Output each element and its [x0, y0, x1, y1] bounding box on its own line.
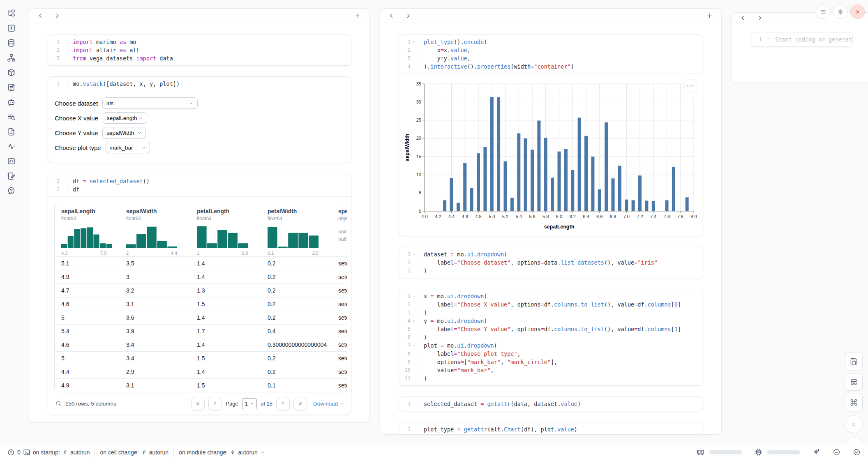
cell-empty[interactable]: 1 Start coding or generate with	[750, 32, 853, 47]
cell-dataset-dropdown[interactable]: 1dataset = mo.ui.dropdown(2 label="Choos…	[399, 247, 703, 278]
keyboard-shortcuts-button[interactable]	[845, 394, 863, 411]
table-cell: setosa	[338, 369, 347, 375]
search-icon[interactable]	[55, 400, 62, 407]
chevrons-left-icon	[195, 401, 201, 406]
stop-button[interactable]	[845, 415, 863, 433]
column-collapse-right-icon[interactable]	[405, 13, 411, 19]
package-icon[interactable]	[7, 68, 16, 77]
fold-toggle-icon[interactable]	[411, 294, 416, 299]
code-editor[interactable]: 1mo.vstack([dataset, x, y, plot])	[48, 77, 351, 91]
column-collapse-right-icon[interactable]	[757, 15, 763, 21]
menu-button[interactable]	[816, 5, 830, 19]
column-header-species[interactable]: speciesobject	[338, 208, 347, 221]
fold-toggle-icon[interactable]	[411, 40, 416, 44]
svg-text:7.4: 7.4	[650, 214, 656, 219]
help-icon[interactable]	[7, 187, 16, 195]
terminal-button[interactable]	[23, 449, 30, 456]
runtime-on-cell-change[interactable]: on cell change: autorun	[100, 449, 169, 456]
column-header-sepalWidth[interactable]: sepalWidthfloat64	[126, 208, 197, 221]
connection-status-icon[interactable]	[853, 448, 861, 456]
line-number: 2	[48, 185, 60, 194]
cell-imports[interactable]: 1import marimo as mo2import altair as al…	[48, 35, 351, 66]
column-collapse-right-icon[interactable]	[54, 13, 60, 19]
cell-vstack[interactable]: 1mo.vstack([dataset, x, y, plot])Choose …	[48, 76, 351, 163]
code-block-icon[interactable]	[7, 157, 16, 166]
last-page-button[interactable]	[293, 397, 307, 410]
column-header-petalLength[interactable]: petalLengthfloat64	[197, 208, 268, 221]
generate-link[interactable]: generate	[829, 36, 853, 43]
table-cell: 4.9	[61, 382, 126, 389]
table-cell: 3.4	[126, 341, 197, 348]
first-page-button[interactable]	[191, 397, 205, 410]
dataframe-output: sepalLengthfloat64sepalWidthfloat64petal…	[48, 197, 351, 415]
code-editor[interactable]: 1plot_type().encode(2 x=x.value,3 y=y.va…	[399, 35, 703, 74]
column-collapse-left-icon[interactable]	[740, 15, 746, 21]
save-button[interactable]	[845, 353, 863, 370]
error-count[interactable]: 0	[7, 449, 21, 456]
total-pages-label: of 15	[261, 401, 272, 407]
runtime-on-startup[interactable]: on startup: autorun	[33, 449, 90, 456]
activity-icon[interactable]	[7, 142, 16, 151]
runtime-on-module-change[interactable]: on module change: autorun	[179, 449, 265, 456]
notebook-column-1: 1import marimo as mo2import altair as al…	[29, 8, 370, 422]
x-value-select[interactable]: sepalLength	[103, 112, 147, 124]
settings-button[interactable]	[833, 5, 847, 19]
file-tree-icon[interactable]	[7, 9, 16, 18]
plot-type-select[interactable]: mark_bar	[106, 142, 150, 153]
add-cell-icon[interactable]	[706, 12, 713, 19]
next-page-button[interactable]	[276, 397, 290, 410]
cell-xy-plot-dropdowns[interactable]: 1x = mo.ui.dropdown(2 label="Choose X va…	[399, 289, 703, 386]
snippets-icon[interactable]	[7, 127, 16, 136]
scroll-icon[interactable]	[7, 83, 16, 92]
fold-toggle-icon[interactable]	[411, 252, 416, 257]
chatbot-icon[interactable]	[7, 98, 16, 106]
fold-toggle-icon[interactable]	[411, 343, 416, 348]
shutdown-button[interactable]	[850, 5, 865, 19]
line-number: 8	[399, 350, 411, 358]
table-cell: 5	[61, 314, 126, 321]
database-icon[interactable]	[7, 39, 16, 47]
altair-chart[interactable]: 4.04.24.44.64.85.05.25.45.65.86.06.26.46…	[399, 74, 703, 236]
column-header-petalWidth[interactable]: petalWidthfloat64	[268, 208, 338, 221]
table-cell: setosa	[338, 287, 347, 294]
ai-sparkles-icon[interactable]	[813, 448, 820, 456]
copilot-icon[interactable]	[833, 448, 840, 456]
column-header-sepalLength[interactable]: sepalLengthfloat64	[61, 208, 126, 221]
code-editor[interactable]: 1selected_dataset = getattr(data, datase…	[399, 397, 703, 411]
table-cell: setosa	[338, 314, 347, 321]
chevron-down-icon	[340, 401, 344, 406]
page-select[interactable]: 1	[242, 398, 257, 409]
code-editor[interactable]: 1df = selected_dataset()2df	[48, 174, 351, 196]
code-editor[interactable]: 1dataset = mo.ui.dropdown(2 label="Choos…	[399, 247, 703, 278]
add-cell-icon[interactable]	[354, 12, 361, 19]
function-icon[interactable]	[7, 24, 16, 32]
svg-text:4.0: 4.0	[421, 214, 427, 219]
chart-actions-button[interactable]	[683, 79, 697, 93]
layout-button[interactable]	[845, 373, 863, 391]
dep-graph-icon[interactable]	[7, 53, 16, 62]
search-list-icon[interactable]	[7, 113, 16, 121]
code-editor[interactable]: 1x = mo.ui.dropdown(2 label="Choose X va…	[399, 289, 703, 385]
scratchpad-icon[interactable]	[7, 172, 16, 180]
svg-text:7.2: 7.2	[637, 214, 643, 219]
line-number: 1	[399, 425, 411, 433]
cell-selected-dataset[interactable]: 1selected_dataset = getattr(data, datase…	[399, 396, 703, 411]
download-label: Download	[313, 401, 338, 407]
download-button[interactable]: Download	[313, 401, 344, 407]
code-editor[interactable]: 1import marimo as mo2import altair as al…	[48, 35, 351, 65]
line-number: 2	[48, 46, 60, 54]
cell-dataframe[interactable]: 1df = selected_dataset()2dfsepalLengthfl…	[48, 174, 351, 415]
cell-plot-type[interactable]: 1plot_type = getattr(alt.Chart(df), plot…	[399, 422, 703, 435]
code-editor[interactable]: 1plot_type = getattr(alt.Chart(df), plot…	[399, 422, 703, 435]
table-cell: 1.4	[197, 341, 268, 348]
table-cell: 1.4	[197, 260, 268, 267]
prev-page-button[interactable]	[208, 397, 222, 410]
column-collapse-left-icon[interactable]	[37, 13, 44, 19]
cell-plot[interactable]: 1plot_type().encode(2 x=x.value,3 y=y.va…	[399, 35, 703, 236]
code-editor[interactable]: 1 Start coding or generate with	[750, 32, 852, 46]
line-number: 1	[399, 400, 411, 408]
fold-toggle-icon[interactable]	[411, 319, 416, 323]
dataset-select[interactable]: iris	[102, 97, 198, 109]
column-collapse-left-icon[interactable]	[388, 13, 395, 19]
y-value-select[interactable]: sepalWidth	[102, 127, 146, 138]
